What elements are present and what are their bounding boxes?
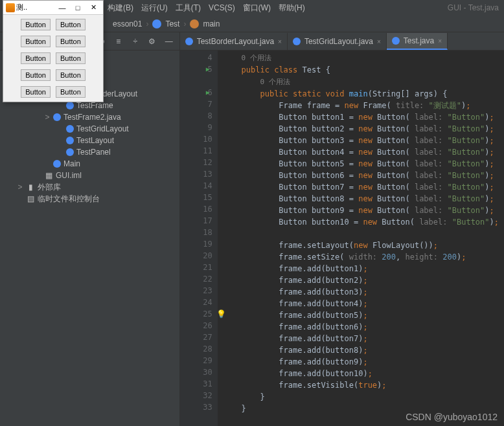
menu-vcs[interactable]: VCS(S)	[209, 3, 235, 12]
collapse-icon[interactable]: ≡	[113, 36, 124, 47]
editor-tab[interactable]: TestBorderLayout.java×	[180, 33, 288, 50]
minimize-button[interactable]: —	[55, 2, 69, 14]
awt-button[interactable]: Button	[21, 36, 51, 47]
awt-button[interactable]: Button	[56, 52, 86, 64]
awt-button[interactable]: Button	[21, 52, 51, 64]
scratch-icon: ▤	[26, 194, 35, 203]
iml-icon: ▦	[44, 171, 53, 180]
expand-icon[interactable]: ÷	[130, 36, 141, 47]
class-icon	[53, 160, 61, 168]
java-body: ButtonButtonButtonButtonButtonButtonButt…	[3, 15, 103, 102]
java-icon	[6, 3, 15, 12]
close-icon[interactable]: ×	[377, 38, 381, 45]
editor-tab[interactable]: TestGridLayout.java×	[288, 33, 387, 50]
close-button[interactable]: ✕	[86, 2, 100, 14]
lib-icon: ▮	[26, 183, 35, 192]
java-window-title: 测..	[16, 3, 27, 12]
tree-item[interactable]: ▦GUI.iml	[0, 170, 179, 181]
tree-item[interactable]: >TestFrame2.java	[0, 111, 179, 123]
menu-run[interactable]: 运行(U)	[141, 3, 168, 14]
java-app-window[interactable]: 测.. — □ ✕ ButtonButtonButtonButtonButton…	[3, 0, 104, 102]
watermark: CSDN @yuboyao1012	[406, 412, 498, 422]
class-icon	[66, 148, 74, 156]
awt-button[interactable]: Button	[56, 19, 86, 30]
ide-title: GUI - Test.java	[448, 3, 499, 12]
code-text[interactable]: 0 个用法 public class Test { 0 个用法 public s…	[218, 50, 504, 426]
tree-item[interactable]: TestLayout	[0, 135, 179, 146]
file-icon	[293, 38, 301, 45]
awt-button[interactable]: Button	[56, 36, 86, 47]
awt-button[interactable]: Button	[56, 86, 86, 98]
java-icon	[53, 113, 61, 121]
tree-item[interactable]: >▮外部库	[0, 181, 179, 193]
tree-item[interactable]: TestGridLayout	[0, 123, 179, 135]
file-icon	[392, 37, 400, 45]
chevron-right-icon: ›	[146, 19, 148, 28]
gear-icon[interactable]: ⚙	[147, 36, 157, 47]
class-icon	[66, 137, 74, 144]
awt-button[interactable]: Button	[21, 69, 51, 81]
menu-build[interactable]: 构建(B)	[108, 3, 133, 14]
java-titlebar[interactable]: 测.. — □ ✕	[3, 1, 103, 15]
method-icon	[190, 19, 199, 28]
breadcrumb-item[interactable]: esson01	[113, 19, 142, 28]
class-icon	[66, 125, 74, 133]
tree-item[interactable]: Main	[0, 158, 179, 170]
tree-item[interactable]: TestPanel	[0, 146, 179, 158]
editor-tab[interactable]: Test.java×	[387, 33, 448, 50]
chevron-right-icon: ›	[183, 19, 186, 28]
gutter: 45▶6▶78910111213141516171819202122232425…	[180, 50, 218, 426]
breadcrumb-item[interactable]: Test	[165, 19, 179, 28]
class-icon	[66, 102, 74, 109]
breadcrumb-item[interactable]: main	[203, 19, 220, 28]
menu-tools[interactable]: 工具(T)	[176, 3, 201, 14]
awt-button[interactable]: Button	[21, 86, 51, 98]
hide-icon[interactable]: —	[164, 36, 174, 47]
menu-window[interactable]: 窗口(W)	[243, 3, 271, 14]
maximize-button[interactable]: □	[71, 2, 85, 14]
tree-item[interactable]: ▤临时文件和控制台	[0, 193, 179, 205]
close-icon[interactable]: ×	[278, 38, 282, 45]
class-icon	[152, 19, 161, 28]
close-icon[interactable]: ×	[438, 38, 442, 45]
awt-button[interactable]: Button	[21, 19, 51, 30]
editor: TestBorderLayout.java×TestGridLayout.jav…	[180, 32, 504, 426]
awt-button[interactable]: Button	[56, 69, 86, 81]
editor-tabs: TestBorderLayout.java×TestGridLayout.jav…	[180, 32, 504, 50]
menu-help[interactable]: 帮助(H)	[279, 3, 305, 14]
file-icon	[185, 38, 193, 45]
